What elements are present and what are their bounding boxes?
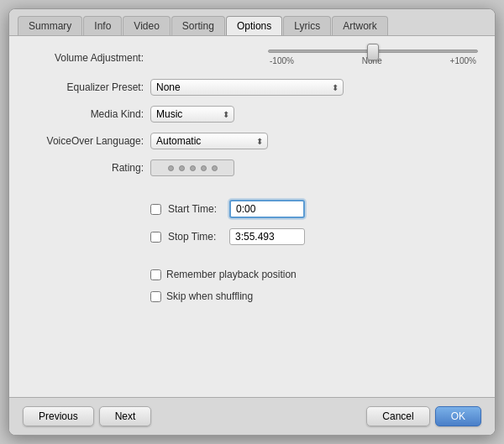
remember-row: Remember playback position xyxy=(150,269,478,280)
rating-field[interactable] xyxy=(150,159,234,176)
eq-label: Equalizer Preset: xyxy=(26,81,144,93)
stop-time-label: Stop Time: xyxy=(168,231,223,243)
voice-select[interactable]: Automatic English Spanish French xyxy=(150,133,268,149)
stop-time-input[interactable] xyxy=(229,228,305,245)
remember-checkbox[interactable] xyxy=(150,269,161,280)
skip-row: Skip when shuffling xyxy=(150,290,478,302)
voice-label: VoiceOver Language: xyxy=(26,135,144,147)
tab-summary[interactable]: Summary xyxy=(18,16,82,35)
rating-dot-1[interactable] xyxy=(168,165,174,171)
stop-time-row: Stop Time: xyxy=(150,228,478,245)
volume-label: Volume Adjustment: xyxy=(26,52,144,64)
cancel-button[interactable]: Cancel xyxy=(366,406,429,426)
volume-slider-container: -100% None +100% xyxy=(268,50,478,65)
stop-time-checkbox[interactable] xyxy=(150,232,161,243)
media-kind-label: Media Kind: xyxy=(26,108,144,120)
voice-select-wrapper: Automatic English Spanish French xyxy=(150,133,268,149)
start-time-checkbox[interactable] xyxy=(150,204,161,215)
media-select[interactable]: Music Movie TV Show Podcast xyxy=(150,106,234,123)
eq-row: Equalizer Preset: None Acoustic Bass Boo… xyxy=(26,79,478,96)
slider-max-label: +100% xyxy=(450,56,476,65)
tab-sorting[interactable]: Sorting xyxy=(171,16,225,35)
button-bar: Previous Next Cancel OK xyxy=(9,397,495,435)
rating-dot-2[interactable] xyxy=(179,165,185,171)
start-time-input[interactable] xyxy=(229,200,305,218)
start-time-label: Start Time: xyxy=(168,203,223,215)
tab-artwork[interactable]: Artwork xyxy=(332,16,388,35)
tab-options[interactable]: Options xyxy=(226,16,282,35)
volume-section: Volume Adjustment: -100% None +100% xyxy=(26,50,478,65)
previous-button[interactable]: Previous xyxy=(23,406,94,426)
tab-video[interactable]: Video xyxy=(123,16,170,35)
rating-dot-3[interactable] xyxy=(190,165,196,171)
rating-label: Rating: xyxy=(26,162,144,174)
slider-min-label: -100% xyxy=(270,56,294,65)
skip-checkbox[interactable] xyxy=(150,291,161,302)
rating-row: Rating: xyxy=(26,159,478,176)
dialog-window: Summary Info Video Sorting Options Lyric… xyxy=(8,8,496,436)
volume-slider-thumb[interactable] xyxy=(367,44,379,60)
eq-select[interactable]: None Acoustic Bass Booster Classical Dan… xyxy=(150,79,344,96)
voice-row: VoiceOver Language: Automatic English Sp… xyxy=(26,133,478,149)
start-time-row: Start Time: xyxy=(150,200,478,218)
skip-label: Skip when shuffling xyxy=(166,290,253,302)
next-button[interactable]: Next xyxy=(99,406,152,426)
remember-label: Remember playback position xyxy=(166,269,297,280)
eq-select-wrapper: None Acoustic Bass Booster Classical Dan… xyxy=(150,79,344,96)
rating-dot-4[interactable] xyxy=(201,165,207,171)
content-area: Volume Adjustment: -100% None +100% Equa… xyxy=(9,36,495,397)
volume-slider-track[interactable] xyxy=(268,50,478,53)
left-buttons: Previous Next xyxy=(23,406,366,426)
right-buttons: Cancel OK xyxy=(366,406,481,426)
ok-button[interactable]: OK xyxy=(435,406,481,426)
tab-lyrics[interactable]: Lyrics xyxy=(283,16,331,35)
media-select-wrapper: Music Movie TV Show Podcast xyxy=(150,106,234,123)
rating-dot-5[interactable] xyxy=(212,165,218,171)
tab-bar: Summary Info Video Sorting Options Lyric… xyxy=(9,9,495,36)
media-kind-row: Media Kind: Music Movie TV Show Podcast xyxy=(26,106,478,123)
tab-info[interactable]: Info xyxy=(83,16,122,35)
